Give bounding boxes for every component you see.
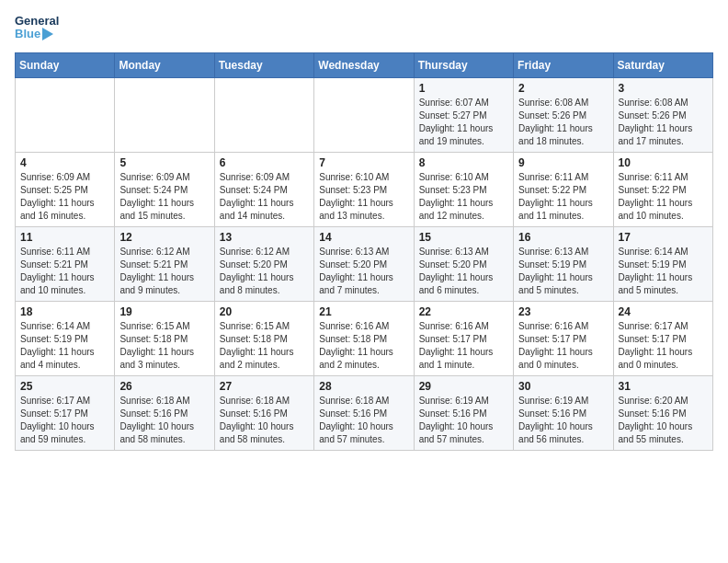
day-info: Sunrise: 6:18 AM Sunset: 5:16 PM Dayligh… (220, 395, 309, 446)
logo: General Blue (15, 15, 59, 41)
day-number: 31 (619, 380, 708, 393)
day-number: 28 (319, 380, 408, 393)
day-number: 27 (220, 380, 309, 393)
calendar-cell: 14Sunrise: 6:13 AM Sunset: 5:20 PM Dayli… (314, 226, 414, 301)
weekday-header-wednesday: Wednesday (314, 52, 414, 77)
day-number: 5 (119, 156, 209, 169)
week-row-3: 11Sunrise: 6:11 AM Sunset: 5:21 PM Dayli… (16, 226, 713, 301)
calendar-cell: 12Sunrise: 6:12 AM Sunset: 5:21 PM Dayli… (115, 226, 214, 301)
calendar-cell: 21Sunrise: 6:16 AM Sunset: 5:18 PM Dayli… (314, 301, 414, 375)
day-number: 7 (319, 156, 408, 169)
day-info: Sunrise: 6:16 AM Sunset: 5:17 PM Dayligh… (419, 320, 508, 372)
calendar-cell: 2Sunrise: 6:08 AM Sunset: 5:26 PM Daylig… (514, 77, 613, 152)
day-number: 13 (220, 231, 309, 244)
svg-marker-0 (42, 28, 53, 40)
calendar-cell: 16Sunrise: 6:13 AM Sunset: 5:19 PM Dayli… (514, 226, 613, 301)
day-info: Sunrise: 6:16 AM Sunset: 5:18 PM Dayligh… (319, 320, 408, 372)
calendar-cell: 17Sunrise: 6:14 AM Sunset: 5:19 PM Dayli… (613, 226, 712, 301)
calendar-cell: 20Sunrise: 6:15 AM Sunset: 5:18 PM Dayli… (214, 301, 313, 375)
day-info: Sunrise: 6:08 AM Sunset: 5:26 PM Dayligh… (518, 97, 608, 148)
calendar-cell: 31Sunrise: 6:20 AM Sunset: 5:16 PM Dayli… (613, 375, 712, 450)
weekday-header-row: SundayMondayTuesdayWednesdayThursdayFrid… (16, 52, 713, 77)
calendar-cell: 9Sunrise: 6:11 AM Sunset: 5:22 PM Daylig… (514, 152, 613, 226)
calendar-cell: 18Sunrise: 6:14 AM Sunset: 5:19 PM Dayli… (16, 301, 115, 375)
day-number: 10 (619, 156, 708, 169)
day-number: 19 (119, 305, 209, 318)
day-number: 18 (20, 305, 109, 318)
day-number: 11 (20, 231, 109, 244)
calendar-cell (16, 77, 115, 152)
day-info: Sunrise: 6:09 AM Sunset: 5:24 PM Dayligh… (119, 171, 209, 223)
day-info: Sunrise: 6:17 AM Sunset: 5:17 PM Dayligh… (20, 395, 109, 446)
day-number: 3 (619, 82, 708, 95)
day-info: Sunrise: 6:08 AM Sunset: 5:26 PM Dayligh… (619, 97, 708, 148)
calendar-cell: 29Sunrise: 6:19 AM Sunset: 5:16 PM Dayli… (414, 375, 513, 450)
day-number: 2 (518, 82, 608, 95)
day-number: 1 (419, 82, 508, 95)
day-number: 23 (518, 305, 608, 318)
calendar-cell: 1Sunrise: 6:07 AM Sunset: 5:27 PM Daylig… (414, 77, 513, 152)
day-info: Sunrise: 6:12 AM Sunset: 5:20 PM Dayligh… (220, 246, 309, 297)
day-info: Sunrise: 6:20 AM Sunset: 5:16 PM Dayligh… (619, 395, 708, 446)
day-number: 24 (619, 305, 708, 318)
calendar-cell: 8Sunrise: 6:10 AM Sunset: 5:23 PM Daylig… (414, 152, 513, 226)
day-info: Sunrise: 6:19 AM Sunset: 5:16 PM Dayligh… (518, 395, 608, 446)
calendar-cell: 3Sunrise: 6:08 AM Sunset: 5:26 PM Daylig… (613, 77, 712, 152)
day-info: Sunrise: 6:15 AM Sunset: 5:18 PM Dayligh… (119, 320, 209, 372)
week-row-2: 4Sunrise: 6:09 AM Sunset: 5:25 PM Daylig… (16, 152, 713, 226)
calendar-cell (214, 77, 313, 152)
day-info: Sunrise: 6:18 AM Sunset: 5:16 PM Dayligh… (319, 395, 408, 446)
day-info: Sunrise: 6:09 AM Sunset: 5:25 PM Dayligh… (20, 171, 109, 223)
calendar-cell: 13Sunrise: 6:12 AM Sunset: 5:20 PM Dayli… (214, 226, 313, 301)
week-row-4: 18Sunrise: 6:14 AM Sunset: 5:19 PM Dayli… (16, 301, 713, 375)
calendar-cell (314, 77, 414, 152)
day-number: 14 (319, 231, 408, 244)
weekday-header-saturday: Saturday (613, 52, 712, 77)
day-info: Sunrise: 6:07 AM Sunset: 5:27 PM Dayligh… (419, 97, 508, 148)
calendar-cell: 6Sunrise: 6:09 AM Sunset: 5:24 PM Daylig… (214, 152, 313, 226)
calendar-cell: 24Sunrise: 6:17 AM Sunset: 5:17 PM Dayli… (613, 301, 712, 375)
day-info: Sunrise: 6:18 AM Sunset: 5:16 PM Dayligh… (119, 395, 209, 446)
page-header: General Blue (15, 15, 713, 41)
day-number: 26 (119, 380, 209, 393)
day-info: Sunrise: 6:14 AM Sunset: 5:19 PM Dayligh… (20, 320, 109, 372)
weekday-header-thursday: Thursday (414, 52, 513, 77)
weekday-header-tuesday: Tuesday (214, 52, 313, 77)
calendar-cell: 19Sunrise: 6:15 AM Sunset: 5:18 PM Dayli… (115, 301, 214, 375)
calendar-cell: 22Sunrise: 6:16 AM Sunset: 5:17 PM Dayli… (414, 301, 513, 375)
day-number: 17 (619, 231, 708, 244)
calendar-cell: 11Sunrise: 6:11 AM Sunset: 5:21 PM Dayli… (16, 226, 115, 301)
calendar-cell: 15Sunrise: 6:13 AM Sunset: 5:20 PM Dayli… (414, 226, 513, 301)
day-info: Sunrise: 6:10 AM Sunset: 5:23 PM Dayligh… (419, 171, 508, 223)
day-number: 22 (419, 305, 508, 318)
day-number: 29 (419, 380, 508, 393)
day-info: Sunrise: 6:11 AM Sunset: 5:22 PM Dayligh… (619, 171, 708, 223)
day-info: Sunrise: 6:14 AM Sunset: 5:19 PM Dayligh… (619, 246, 708, 297)
logo-blue: Blue (15, 28, 59, 40)
week-row-5: 25Sunrise: 6:17 AM Sunset: 5:17 PM Dayli… (16, 375, 713, 450)
day-number: 15 (419, 231, 508, 244)
calendar-cell: 5Sunrise: 6:09 AM Sunset: 5:24 PM Daylig… (115, 152, 214, 226)
day-number: 6 (220, 156, 309, 169)
day-number: 4 (20, 156, 109, 169)
calendar-cell: 23Sunrise: 6:16 AM Sunset: 5:17 PM Dayli… (514, 301, 613, 375)
calendar-cell: 28Sunrise: 6:18 AM Sunset: 5:16 PM Dayli… (314, 375, 414, 450)
day-number: 16 (518, 231, 608, 244)
day-info: Sunrise: 6:17 AM Sunset: 5:17 PM Dayligh… (619, 320, 708, 372)
day-number: 21 (319, 305, 408, 318)
calendar-cell: 30Sunrise: 6:19 AM Sunset: 5:16 PM Dayli… (514, 375, 613, 450)
day-info: Sunrise: 6:12 AM Sunset: 5:21 PM Dayligh… (119, 246, 209, 297)
day-number: 12 (119, 231, 209, 244)
calendar-cell (115, 77, 214, 152)
logo-text: General Blue (15, 15, 59, 41)
day-info: Sunrise: 6:10 AM Sunset: 5:23 PM Dayligh… (319, 171, 408, 223)
weekday-header-friday: Friday (514, 52, 613, 77)
day-info: Sunrise: 6:13 AM Sunset: 5:20 PM Dayligh… (419, 246, 508, 297)
calendar-cell: 25Sunrise: 6:17 AM Sunset: 5:17 PM Dayli… (16, 375, 115, 450)
day-info: Sunrise: 6:19 AM Sunset: 5:16 PM Dayligh… (419, 395, 508, 446)
calendar-cell: 26Sunrise: 6:18 AM Sunset: 5:16 PM Dayli… (115, 375, 214, 450)
calendar-cell: 7Sunrise: 6:10 AM Sunset: 5:23 PM Daylig… (314, 152, 414, 226)
day-info: Sunrise: 6:13 AM Sunset: 5:19 PM Dayligh… (518, 246, 608, 297)
day-number: 8 (419, 156, 508, 169)
day-number: 9 (518, 156, 608, 169)
